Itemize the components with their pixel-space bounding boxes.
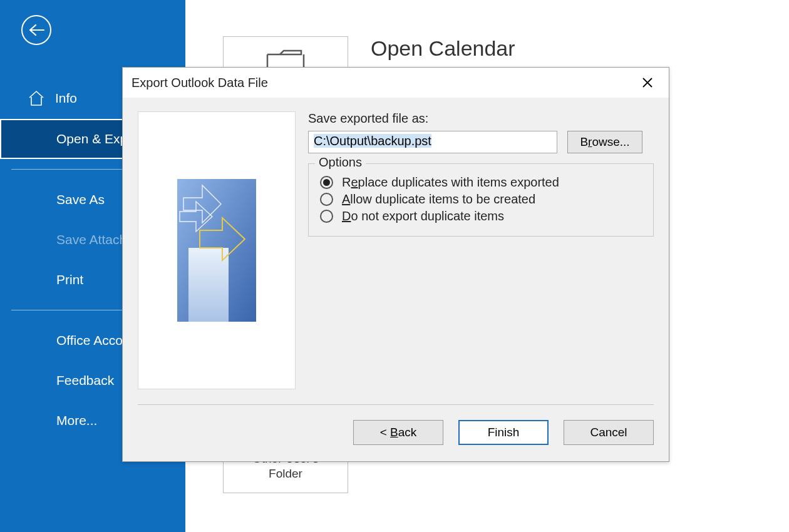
radio-allow[interactable]: Allow duplicate items to be created <box>320 192 642 207</box>
file-path-input[interactable]: C:\Output\backup.pst <box>308 131 557 153</box>
file-row: C:\Output\backup.pst Browse... <box>308 131 654 153</box>
radio-noexport-indicator <box>320 210 333 223</box>
dialog-button-row: < Back Finish Cancel <box>123 405 669 460</box>
cancel-label: Cancel <box>590 426 627 439</box>
wizard-artwork <box>138 111 296 389</box>
browse-underline: r <box>588 135 592 148</box>
finish-button[interactable]: Finish <box>458 420 549 445</box>
section-open-calendar: Open Calendar <box>371 36 515 61</box>
close-icon <box>642 77 653 88</box>
open-calendar-title: Open Calendar <box>371 36 515 61</box>
radio-allow-label: Allow duplicate items to be created <box>342 192 535 207</box>
export-dialog: Export Outlook Data File <box>122 67 669 462</box>
file-path-value: C:\Output\backup.pst <box>314 134 431 148</box>
export-art-icon <box>177 179 256 322</box>
radio-replace[interactable]: Replace duplicates with items exported <box>320 175 642 190</box>
dialog-title: Export Outlook Data File <box>132 76 268 90</box>
back-button[interactable] <box>21 15 51 45</box>
arrow-left-icon <box>28 24 44 36</box>
dialog-titlebar: Export Outlook Data File <box>123 68 669 98</box>
save-as-label: Save exported file as: <box>308 111 654 126</box>
radio-allow-indicator <box>320 193 333 206</box>
radio-replace-label: Replace duplicates with items exported <box>342 175 559 190</box>
dialog-body: Save exported file as: C:\Output\backup.… <box>123 98 669 389</box>
home-icon <box>28 90 45 106</box>
cancel-button[interactable]: Cancel <box>564 420 654 445</box>
tile-ouf-line2: Folder <box>269 467 302 480</box>
radio-noexport-label: Do not export duplicate items <box>342 209 504 223</box>
dialog-form: Save exported file as: C:\Output\backup.… <box>308 111 654 389</box>
nav-more-label: More... <box>56 413 97 428</box>
radio-noexport[interactable]: Do not export duplicate items <box>320 209 642 223</box>
radio-replace-indicator <box>320 176 333 189</box>
finish-label: Finish <box>488 426 520 439</box>
dialog-close-button[interactable] <box>635 70 660 95</box>
browse-button[interactable]: Browse... <box>567 131 642 153</box>
nav-info-label: Info <box>55 91 77 106</box>
options-group: Options Replace duplicates with items ex… <box>308 163 654 237</box>
options-legend: Options <box>315 155 366 170</box>
back-button-dialog[interactable]: < Back <box>353 420 443 445</box>
nav-feedback-label: Feedback <box>56 373 114 388</box>
nav-save-as-label: Save As <box>56 192 105 207</box>
nav-print-label: Print <box>56 272 83 287</box>
